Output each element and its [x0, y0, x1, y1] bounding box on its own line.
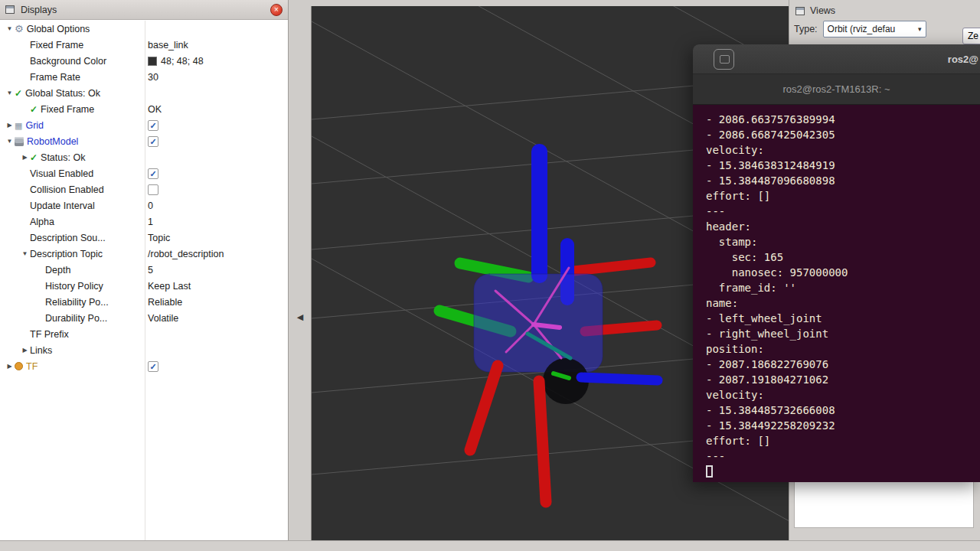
collapsed-arrow-icon[interactable]: ▶: [20, 347, 30, 354]
value-text: Keep Last: [148, 281, 191, 292]
value-text: Reliable: [148, 297, 182, 308]
views-panel-header[interactable]: Views: [789, 0, 980, 18]
row-label-cell: Visual Enabled: [0, 168, 145, 179]
row-value: Volatile: [148, 310, 178, 326]
tree-row-grid[interactable]: ▶▦Grid✓: [0, 117, 288, 133]
row-label: Global Options: [27, 24, 90, 34]
views-panel-icon: [795, 7, 805, 15]
row-label: Links: [30, 345, 52, 356]
terminal-titlebar[interactable]: ros2@: [693, 44, 980, 74]
terminal-line: velocity:: [706, 142, 980, 158]
row-label: Global Status: Ok: [25, 88, 100, 99]
checkbox-checked[interactable]: ✓: [148, 120, 158, 131]
terminal-line: - 15.384487096680898: [706, 173, 980, 188]
tree-row-status-ok[interactable]: ▶✓Status: Ok: [0, 149, 288, 165]
row-label: Status: Ok: [41, 152, 85, 163]
tree-row-collision-enabled[interactable]: Collision Enabled: [0, 181, 288, 197]
value-text: base_link: [148, 40, 188, 51]
grid-icon: ▦: [15, 121, 22, 130]
tree-row-global-status-ok[interactable]: ▼✓Global Status: Ok: [0, 85, 288, 101]
new-tab-button[interactable]: [714, 49, 734, 70]
tree-row-robotmodel[interactable]: ▼RobotModel✓: [0, 133, 288, 149]
tree-row-durability-po-[interactable]: Durability Po...Volatile: [0, 310, 288, 326]
views-panel-title: Views: [810, 5, 835, 16]
tf-icon: [15, 362, 23, 370]
tree-row-depth[interactable]: Depth5: [0, 262, 288, 278]
tree-row-frame-rate[interactable]: Frame Rate30: [0, 69, 288, 85]
close-displays-button[interactable]: ×: [270, 4, 283, 16]
terminal-line: effort: []: [706, 188, 980, 204]
row-value: 5: [148, 262, 153, 278]
terminal-output[interactable]: - 2086.6637576389994- 2086.6687425042305…: [693, 105, 980, 482]
checkbox-checked[interactable]: ✓: [148, 361, 158, 372]
row-label: Depth: [45, 265, 70, 276]
tree-row-background-color[interactable]: Background Color48; 48; 48: [0, 53, 288, 69]
check-icon: ✓: [30, 153, 38, 162]
displays-panel-title: Displays: [21, 5, 57, 15]
tree-row-description-sou-[interactable]: Description Sou...Topic: [0, 230, 288, 246]
checkbox-checked[interactable]: ✓: [148, 168, 158, 179]
row-label: Frame Rate: [30, 72, 80, 83]
row-label-cell: Durability Po...: [0, 313, 145, 324]
checkbox-checked[interactable]: ✓: [148, 136, 158, 147]
displays-panel-titlebar[interactable]: Displays ×: [0, 0, 288, 20]
row-value: base_link: [148, 37, 188, 53]
value-text: 30: [148, 72, 158, 83]
view-type-value: Orbit (rviz_defau: [828, 24, 896, 34]
status-strip: [0, 540, 980, 551]
expanded-arrow-icon[interactable]: ▼: [5, 138, 15, 145]
row-label: Visual Enabled: [30, 168, 93, 179]
collapse-panel-arrow-icon[interactable]: ◀: [294, 308, 306, 326]
collapsed-arrow-icon[interactable]: ▶: [5, 363, 15, 370]
row-label-cell: ▶Links: [0, 345, 145, 356]
tree-row-visual-enabled[interactable]: Visual Enabled✓: [0, 165, 288, 181]
terminal-line: stamp:: [706, 234, 980, 249]
tree-row-fixed-frame[interactable]: ✓Fixed FrameOK: [0, 101, 288, 117]
color-swatch: [148, 57, 157, 66]
terminal-window: ros2@ ros2@ros2-TM1613R: ~ - 2086.663757…: [693, 44, 980, 482]
terminal-line: ---: [706, 204, 980, 219]
row-label-cell: ▶✓Status: Ok: [0, 152, 145, 163]
tree-row-update-interval[interactable]: Update Interval0: [0, 197, 288, 214]
collapsed-arrow-icon[interactable]: ▶: [20, 154, 30, 161]
view-type-dropdown[interactable]: Orbit (rviz_defau ▾: [823, 21, 926, 37]
terminal-line: nanosec: 957000000: [706, 265, 980, 280]
row-label-cell: ▼✓Global Status: Ok: [0, 88, 145, 99]
tree-row-global-options[interactable]: ▼⚙Global Options: [0, 21, 288, 37]
tree-row-history-policy[interactable]: History PolicyKeep Last: [0, 278, 288, 294]
row-value: 0: [148, 197, 153, 214]
collapsed-arrow-icon[interactable]: ▶: [5, 122, 15, 129]
row-label-cell: ▼RobotModel: [0, 136, 145, 147]
row-label: Description Topic: [30, 249, 103, 259]
tree-row-reliability-po-[interactable]: Reliability Po...Reliable: [0, 294, 288, 310]
tree-row-fixed-frame[interactable]: Fixed Framebase_link: [0, 37, 288, 53]
row-label-cell: Update Interval: [0, 201, 145, 211]
tree-row-alpha[interactable]: Alpha1: [0, 214, 288, 230]
value-text: Volatile: [148, 313, 178, 324]
terminal-tab[interactable]: ros2@ros2-TM1613R: ~: [783, 83, 890, 95]
tree-row-tf[interactable]: ▶TF✓: [0, 358, 288, 374]
terminal-line: effort: []: [706, 433, 980, 448]
zero-button[interactable]: Ze: [962, 28, 980, 44]
displays-panel: Displays × ▼⚙Global OptionsFixed Frameba…: [0, 0, 289, 540]
checkbox-unchecked[interactable]: [148, 184, 158, 195]
expanded-arrow-icon[interactable]: ▼: [5, 90, 15, 96]
tree-row-tf-prefix[interactable]: TF Prefix: [0, 326, 288, 342]
row-label: TF: [26, 361, 38, 372]
row-label: Collision Enabled: [30, 184, 104, 195]
terminal-line: frame_id: '': [706, 280, 980, 295]
value-text: 5: [148, 265, 153, 276]
terminal-line: - 15.384492258209232: [706, 418, 980, 433]
row-label-cell: Alpha: [0, 217, 145, 227]
tree-row-description-topic[interactable]: ▼Description Topic/robot_description: [0, 246, 288, 262]
terminal-line: header:: [706, 219, 980, 234]
row-value: 1: [148, 214, 153, 230]
row-value: 30: [148, 69, 158, 85]
expanded-arrow-icon[interactable]: ▼: [5, 25, 15, 32]
expanded-arrow-icon[interactable]: ▼: [20, 250, 30, 257]
value-text: 1: [148, 217, 153, 227]
panel-splitter[interactable]: ◀: [289, 0, 311, 540]
tree-row-links[interactable]: ▶Links: [0, 342, 288, 358]
row-value: 48; 48; 48: [148, 53, 204, 69]
row-value: Topic: [148, 230, 170, 246]
